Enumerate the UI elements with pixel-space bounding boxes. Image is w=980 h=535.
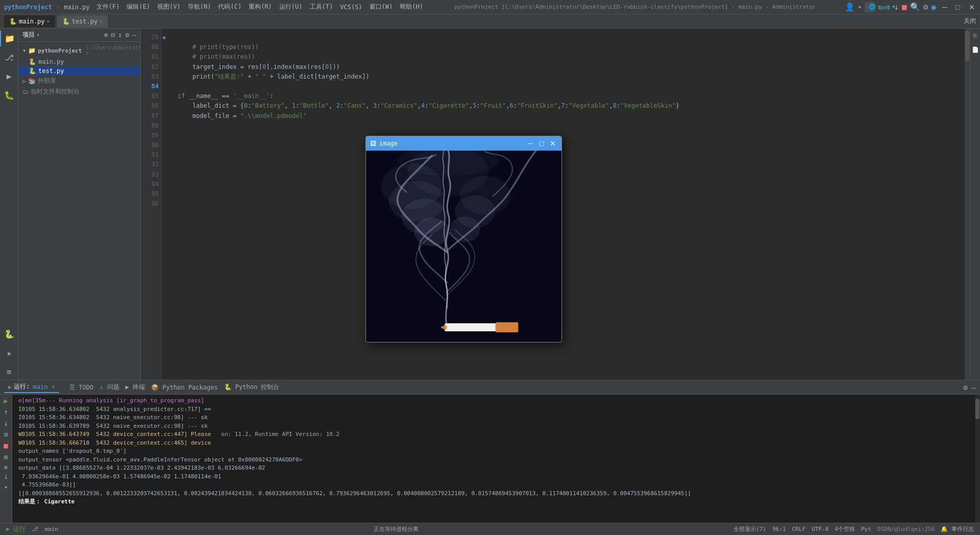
filetree-add-icon[interactable]: ⊕	[104, 31, 108, 39]
run-name: main	[33, 383, 47, 391]
menu-window[interactable]: 窗口(W)	[367, 2, 396, 12]
sidebar-icon-run[interactable]: ▶	[0, 68, 18, 84]
maximize-button[interactable]: □	[952, 2, 963, 12]
charset[interactable]: UTF-8	[812, 526, 828, 532]
scrollbar-thumb[interactable]	[965, 31, 969, 61]
image-titlebar-left: 🖼 image	[370, 140, 398, 147]
terminal-line: 4.75539686e-03]]	[18, 481, 969, 490]
python-packages-tab[interactable]: 📦 Python Packages	[151, 384, 218, 391]
terminal-content[interactable]: e[me[35m--- Running analysis [ir_graph_t…	[12, 395, 975, 523]
sidebar-icon-structure[interactable]: ≡	[0, 364, 18, 380]
show-all-label[interactable]: 全部显示(7)	[733, 525, 766, 533]
svg-rect-5	[441, 326, 445, 328]
filetree-collapse-icon[interactable]: ⊟	[111, 31, 115, 39]
python-console-tab[interactable]: 🐍 Python 控制台	[224, 383, 280, 392]
tab-test-py[interactable]: 🐍 test.py ✕	[57, 15, 108, 28]
settings-icon-bottom[interactable]: ⚙	[963, 383, 967, 392]
user-icon: 👤	[845, 2, 855, 12]
menu-help[interactable]: 帮助(H)	[397, 2, 426, 12]
tree-test-py[interactable]: 🐍 test.py	[18, 66, 140, 76]
image-close-button[interactable]: ✕	[548, 139, 557, 148]
notification-icon[interactable]: 🔔 事件日志	[941, 525, 974, 533]
menu-vcs[interactable]: VCS(S)	[337, 3, 364, 12]
term-list-icon[interactable]: ≡	[4, 453, 8, 461]
menu-view[interactable]: 视图(V)	[155, 2, 183, 12]
term-layout-icon[interactable]: ⊞	[4, 464, 8, 471]
terminal-scrollbar[interactable]	[975, 395, 980, 523]
py-icon: 🐍	[9, 18, 17, 25]
terminal-tab[interactable]: ▶ 终端	[126, 383, 145, 392]
filetree-refresh-icon[interactable]: ↕	[118, 31, 122, 39]
filetree-close-icon[interactable]: —	[132, 31, 136, 39]
run-tab-close[interactable]: ✕	[52, 383, 55, 390]
refresh-icon[interactable]: ↻	[878, 2, 883, 12]
tab-close-test[interactable]: ✕	[100, 18, 103, 24]
term-down-icon[interactable]: ↓	[4, 419, 8, 427]
tab-close-main[interactable]: ✕	[47, 18, 50, 24]
update-icon[interactable]: ↑	[886, 2, 891, 12]
filetree: 项目 ▾ ⊕ ⊟ ↕ ⚙ — ▾ 📁 pythonProject C:\User	[18, 29, 141, 380]
terminal-scrollbar-thumb[interactable]	[975, 399, 979, 419]
image-title: image	[379, 140, 398, 147]
code-editor[interactable]: # print(type(res)) # print(max(res)) tar…	[172, 29, 970, 380]
avatar-icon[interactable]: ◉	[931, 2, 936, 12]
tree-external-libs[interactable]: ▷ 📚 外部库	[18, 76, 140, 86]
search-icon[interactable]: 🔍	[910, 2, 920, 12]
sidebar-icon-debug[interactable]: 🐛	[0, 87, 18, 103]
image-maximize-button[interactable]: □	[537, 139, 546, 148]
image-window: 🖼 image ─ □ ✕	[365, 136, 562, 343]
terminal-line: e[me[35m--- Running analysis [ir_graph_t…	[18, 397, 969, 405]
menu-run[interactable]: 运行(U)	[277, 2, 305, 12]
menu-tools[interactable]: 工具(T)	[307, 2, 336, 12]
todo-tab[interactable]: ☰ TODO	[69, 384, 93, 391]
app-name: pythonProject	[4, 4, 52, 11]
run-tab[interactable]: ▶ 运行: main ✕	[4, 381, 59, 393]
tree-main-py[interactable]: 🐍 main.py	[18, 57, 140, 66]
close-button[interactable]: ✕	[966, 2, 976, 12]
settings-icon[interactable]: ⚙	[923, 2, 928, 12]
terminal-line: output_names ['dropout_0.tmp_0']	[18, 447, 969, 456]
term-stop-icon[interactable]: ■	[4, 442, 8, 450]
menu-file[interactable]: 文件(F)	[94, 2, 122, 12]
tree-root[interactable]: ▾ 📁 pythonProject C:\Users\Administrator…	[18, 44, 140, 57]
editor-area: 7980818283 84 8586878889 90919293949596 …	[141, 29, 970, 380]
minimize-button[interactable]: ─	[939, 2, 949, 12]
tab-main-py[interactable]: 🐍 main.py ✕	[4, 15, 55, 28]
cursor-position[interactable]: 96:1	[772, 526, 786, 532]
right-docs-icon[interactable]: 📄	[970, 44, 981, 55]
menu-code[interactable]: 代码(C)	[215, 2, 244, 12]
menu-edit[interactable]: 编辑(E)	[124, 2, 153, 12]
filetree-title: 项目	[22, 31, 35, 39]
bottom-tabs: ▶ 运行: main ✕ ☰ TODO ⚠ 问题 ▶ 终端 📦 Python P…	[0, 380, 980, 395]
minimize-panel-icon[interactable]: —	[972, 383, 976, 392]
close-panel-label[interactable]: 关闭	[964, 17, 976, 26]
term-up-icon[interactable]: ↑	[4, 408, 8, 416]
sidebar-icon-project[interactable]: 📁	[0, 31, 18, 46]
terminal-line: I0105 15:58:36.634802 5432 analysis_pred…	[18, 405, 969, 414]
filetree-dropdown-icon[interactable]: ▾	[37, 32, 40, 38]
term-filter-icon[interactable]: ⊘	[4, 430, 8, 439]
term-run-icon[interactable]: ▶	[4, 397, 8, 405]
sidebar-icon-commit[interactable]: ⎇	[0, 50, 18, 65]
stop-icon[interactable]: ■	[902, 2, 907, 12]
menu-refactor[interactable]: 重构(R)	[246, 2, 275, 12]
filetree-settings-icon[interactable]: ⚙	[125, 31, 129, 39]
problems-tab[interactable]: ⚠ 问题	[100, 383, 119, 392]
editor-scrollbar[interactable]	[965, 29, 970, 380]
run-button[interactable]: ▶ 运行	[6, 525, 26, 533]
language[interactable]: Pyt	[861, 526, 871, 532]
svg-rect-2	[496, 322, 519, 332]
git-branch-name[interactable]: main	[44, 526, 58, 532]
right-panel-icon[interactable]: ⎘	[971, 31, 979, 41]
sidebar-icon-python[interactable]: 🐍	[0, 326, 18, 342]
menu-nav[interactable]: 导航(N)	[185, 2, 214, 12]
indent[interactable]: 4个空格	[835, 525, 855, 533]
branch-icon[interactable]: 🌐 main ▾	[865, 2, 875, 12]
term-scroll-icon[interactable]: ⤓	[4, 474, 8, 480]
sidebar-icon-bookmark[interactable]: ★	[0, 345, 18, 361]
image-minimize-button[interactable]: ─	[526, 139, 535, 148]
line-ending[interactable]: CRLF	[792, 526, 806, 532]
download-icon[interactable]: ↓	[894, 2, 899, 12]
term-fav-icon[interactable]: ★	[4, 483, 8, 490]
tree-temp-files[interactable]: 🗂 临时文件和控制台	[18, 86, 140, 97]
